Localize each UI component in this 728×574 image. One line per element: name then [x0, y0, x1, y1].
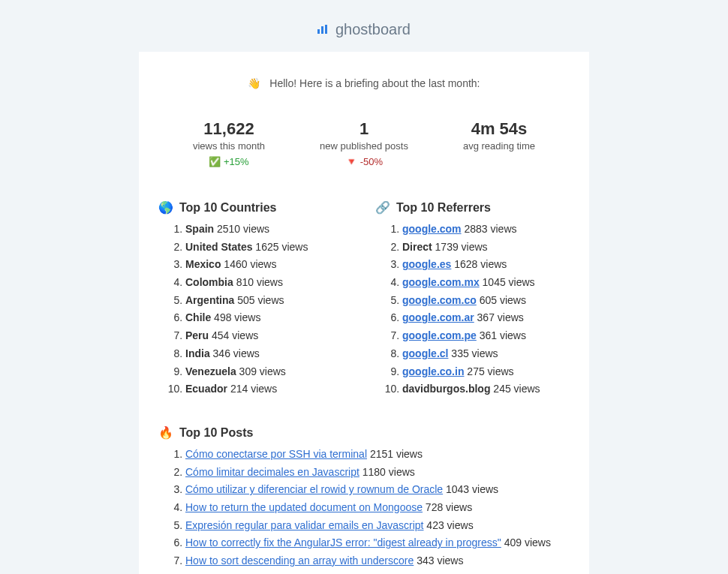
country-views: 214 views: [227, 383, 277, 395]
post-views: 409 views: [501, 536, 551, 548]
referrer-name: davidburgos.blog: [402, 383, 490, 395]
country-views: 2510 views: [214, 223, 269, 235]
stat-posts-delta: 🔻 -50%: [296, 156, 432, 167]
greeting-text: Hello! Here is a briefing about the last…: [269, 77, 480, 89]
list-item: Expresión regular para validar emails en…: [185, 517, 570, 535]
list-item: google.com.mx 1045 views: [402, 274, 570, 292]
country-name: United States: [185, 241, 252, 253]
country-views: 1625 views: [252, 241, 308, 253]
list-item: Venezuela 309 views: [185, 363, 353, 381]
stats-row: 11,622 views this month ✅ +15% 1 new pub…: [158, 119, 570, 191]
referrer-views: 605 views: [477, 294, 526, 306]
list-item: How to sort descending an array with und…: [185, 552, 570, 570]
referrer-views: 367 views: [474, 311, 524, 323]
post-views: 1180 views: [359, 466, 415, 478]
referrers-title: 🔗Top 10 Referrers: [375, 200, 570, 215]
stat-views-value: 11,622: [161, 119, 296, 139]
post-link[interactable]: Cómo limitar decimales en Javascript: [185, 466, 359, 478]
list-item: Cómo utilizar y diferenciar el rowid y r…: [185, 481, 570, 499]
list-item: Direct 1739 views: [402, 239, 570, 257]
referrer-views: 335 views: [448, 347, 498, 359]
posts-list: Cómo conectarse por SSH via terminal 215…: [158, 446, 570, 574]
referrer-link[interactable]: google.com.ar: [402, 311, 474, 323]
list-item: google.es 1628 views: [402, 256, 570, 274]
stat-posts-label: new published posts: [296, 140, 432, 152]
stat-views-delta: ✅ +15%: [161, 156, 296, 167]
countries-list: Spain 2510 viewsUnited States 1625 views…: [158, 221, 353, 398]
list-item: google.co.in 275 views: [402, 363, 570, 381]
list-item: Colombia 810 views: [185, 274, 353, 292]
post-views: 343 views: [414, 554, 463, 566]
country-views: 454 views: [209, 329, 258, 341]
referrer-name: Direct: [402, 241, 432, 253]
list-item: Argentina 505 views: [185, 292, 353, 310]
country-name: Ecuador: [185, 383, 227, 395]
referrer-views: 1045 views: [480, 276, 535, 288]
list-item: India 346 views: [185, 345, 353, 363]
list-item: Spain 2510 views: [185, 221, 353, 239]
post-views: 728 views: [423, 501, 472, 513]
list-item: google.com.ar 367 views: [402, 309, 570, 327]
referrer-views: 275 views: [464, 365, 513, 377]
country-views: 346 views: [210, 347, 260, 359]
referrers-list: google.com 2883 viewsDirect 1739 viewsgo…: [375, 221, 570, 398]
stat-reading-label: avg reading time: [432, 140, 567, 152]
referrer-link[interactable]: google.cl: [402, 347, 448, 359]
stat-posts-delta-text: -50%: [360, 156, 383, 167]
list-item: google.com.pe 361 views: [402, 327, 570, 345]
referrer-link[interactable]: google.com: [402, 223, 462, 235]
list-item: Cómo conectarse por SSH via terminal 215…: [185, 446, 570, 464]
referrer-link[interactable]: google.com.pe: [402, 329, 477, 341]
list-item: Ecuador 214 views: [185, 380, 353, 398]
stat-views: 11,622 views this month ✅ +15%: [161, 119, 296, 167]
country-name: Venezuela: [185, 365, 236, 377]
referrer-views: 245 views: [490, 383, 540, 395]
country-views: 1460 views: [221, 258, 276, 270]
referrer-link[interactable]: google.com.co: [402, 294, 477, 306]
referrers-column: 🔗Top 10 Referrers google.com 2883 viewsD…: [375, 197, 570, 398]
post-link[interactable]: Cómo utilizar y diferenciar el rowid y r…: [185, 483, 443, 495]
svg-rect-0: [317, 29, 320, 34]
post-link[interactable]: How to return the updated document on Mo…: [185, 501, 423, 513]
referrer-views: 361 views: [477, 329, 526, 341]
post-link[interactable]: Cómo conectarse por SSH via terminal: [185, 448, 367, 460]
list-item: google.com 2883 views: [402, 221, 570, 239]
list-item: davidburgos.blog 245 views: [402, 380, 570, 398]
country-name: Mexico: [185, 258, 221, 270]
referrer-link[interactable]: google.com.mx: [402, 276, 480, 288]
stat-reading: 4m 54s avg reading time: [432, 119, 567, 167]
referrer-link[interactable]: google.co.in: [402, 365, 464, 377]
list-item: Home 314 views: [185, 570, 570, 574]
posts-section: 🔥Top 10 Posts Cómo conectarse por SSH vi…: [158, 413, 570, 574]
briefing-card: 👋 Hello! Here is a briefing about the la…: [139, 52, 589, 574]
fire-icon: 🔥: [158, 426, 173, 439]
post-link[interactable]: Expresión regular para validar emails en…: [185, 519, 423, 531]
logo-text: ghostboard: [335, 21, 411, 38]
check-icon: ✅: [209, 156, 221, 167]
list-item: United States 1625 views: [185, 239, 353, 257]
list-item: How to return the updated document on Mo…: [185, 499, 570, 517]
referrer-views: 1628 views: [451, 258, 507, 270]
list-item: Mexico 1460 views: [185, 256, 353, 274]
wave-icon: 👋: [248, 77, 260, 89]
country-name: Argentina: [185, 294, 234, 306]
country-views: 810 views: [233, 276, 283, 288]
country-views: 309 views: [236, 365, 286, 377]
post-link[interactable]: How to correctly fix the AngularJS error…: [185, 536, 501, 548]
post-views: 1043 views: [443, 483, 498, 495]
stat-views-delta-text: +15%: [224, 156, 249, 167]
country-name: Peru: [185, 329, 209, 341]
link-icon: 🔗: [375, 201, 390, 214]
country-name: Spain: [185, 223, 214, 235]
list-item: google.com.co 605 views: [402, 292, 570, 310]
post-views: 423 views: [423, 519, 473, 531]
stat-posts: 1 new published posts 🔻 -50%: [296, 119, 432, 167]
posts-title: 🔥Top 10 Posts: [158, 425, 570, 440]
stat-reading-value: 4m 54s: [432, 119, 567, 139]
list-item: Chile 498 views: [185, 309, 353, 327]
countries-title: 🌎Top 10 Countries: [158, 200, 353, 215]
list-item: google.cl 335 views: [402, 345, 570, 363]
post-link[interactable]: How to sort descending an array with und…: [185, 554, 414, 566]
country-name: Chile: [185, 311, 211, 323]
referrer-link[interactable]: google.es: [402, 258, 451, 270]
